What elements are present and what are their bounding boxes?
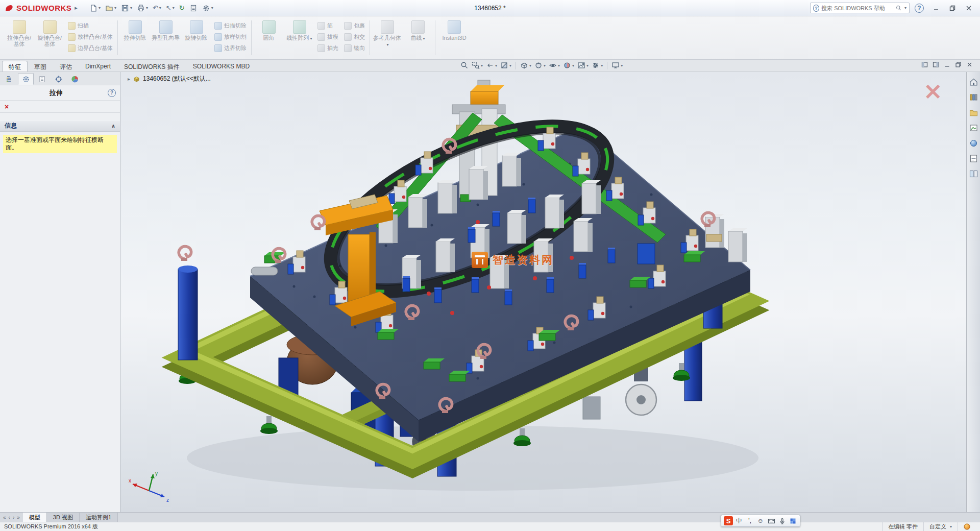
reference-geometry-button[interactable]: 参考几何体▾ xyxy=(373,19,402,50)
draft-button[interactable]: 拔模 xyxy=(315,32,340,42)
display-style-icon[interactable]: ▾ xyxy=(533,61,547,70)
prev-tab-icon[interactable]: ‹ xyxy=(9,515,10,520)
doc-close-icon[interactable] xyxy=(966,61,973,68)
minimize-button[interactable] xyxy=(929,3,943,13)
open-button[interactable]: ▾ xyxy=(104,3,118,13)
wrap-button[interactable]: 包裹 xyxy=(342,20,367,31)
linear-pattern-button[interactable]: 线性阵列▾ xyxy=(285,19,314,43)
dimxpert-manager-tab[interactable] xyxy=(51,73,66,85)
tab-dimxpert[interactable]: DimXpert xyxy=(79,61,117,71)
extruded-cut-button[interactable]: 拉伸切除 xyxy=(120,19,150,42)
revolved-boss-button[interactable]: 旋转凸台/基体 xyxy=(35,19,64,49)
hole-wizard-button[interactable]: 异型孔向导 xyxy=(151,19,180,42)
next-tab-icon[interactable]: › xyxy=(13,515,14,520)
view-palette-icon[interactable] xyxy=(969,123,978,133)
pane-left-icon[interactable] xyxy=(921,61,928,68)
instant3d-button[interactable]: Instant3D xyxy=(438,19,471,42)
help-button[interactable]: ? xyxy=(915,4,924,13)
tab-motion-study[interactable]: 运动算例1 xyxy=(80,513,118,522)
pm-message-text: 选择一基准面或平面来绘制特征横断面。 xyxy=(3,135,117,153)
last-tab-icon[interactable]: » xyxy=(17,515,20,520)
new-document-button[interactable]: ▾ xyxy=(88,3,102,13)
ime-keyboard-icon[interactable] xyxy=(767,516,776,525)
tab-addins[interactable]: SOLIDWORKS 插件 xyxy=(117,61,186,71)
zoom-to-area-icon[interactable]: ▾ xyxy=(471,61,484,70)
tab-sketch[interactable]: 草图 xyxy=(28,61,53,71)
search-box[interactable]: ? ▾ xyxy=(810,3,910,13)
collapse-chevron-icon[interactable]: ∧ xyxy=(111,123,115,129)
pm-help-icon[interactable]: ? xyxy=(108,89,116,97)
ime-language-toggle[interactable]: 中 xyxy=(734,516,744,525)
tab-3d-views[interactable]: 3D 视图 xyxy=(47,513,80,522)
solidworks-resources-icon[interactable] xyxy=(969,77,978,87)
zoom-to-fit-icon[interactable] xyxy=(459,61,470,70)
fillet-button[interactable]: 圆角 xyxy=(254,19,283,42)
ime-sogou-icon[interactable]: S xyxy=(724,516,733,525)
shell-button[interactable]: 抽壳 xyxy=(315,43,340,54)
appearances-scenes-icon[interactable] xyxy=(969,138,978,148)
custom-dropdown[interactable]: 自定义▾ xyxy=(923,522,958,531)
configuration-manager-tab[interactable] xyxy=(34,73,50,85)
previous-view-icon[interactable]: ▾ xyxy=(485,61,498,70)
tab-features[interactable]: 特征 xyxy=(2,61,28,71)
doc-restore-icon[interactable] xyxy=(955,61,962,68)
select-button[interactable]: ↖▾ xyxy=(164,3,176,13)
design-library-icon[interactable] xyxy=(969,92,978,102)
tab-model[interactable]: 模型 xyxy=(23,513,47,522)
file-properties-button[interactable] xyxy=(188,3,199,13)
tree-expand-icon[interactable]: ▸ xyxy=(128,76,130,82)
custom-properties-icon[interactable] xyxy=(969,154,978,163)
pane-right-icon[interactable] xyxy=(933,61,939,68)
document-recovery-icon[interactable] xyxy=(969,169,978,179)
ime-emoji-button[interactable]: ☺ xyxy=(756,516,765,525)
edit-appearance-icon[interactable]: ▾ xyxy=(562,61,575,70)
apply-scene-icon[interactable]: ▾ xyxy=(576,61,590,70)
restore-button[interactable] xyxy=(945,3,960,13)
pm-cancel-button[interactable]: × xyxy=(5,103,9,110)
ime-punctuation-toggle[interactable]: ’, xyxy=(745,516,754,525)
ime-toolbox-icon[interactable] xyxy=(788,516,797,525)
lofted-boss-button[interactable]: 放样凸台/基体 xyxy=(66,32,115,42)
lofted-cut-button[interactable]: 放样切割 xyxy=(212,32,249,42)
search-icon[interactable] xyxy=(896,5,901,11)
intersect-button[interactable]: 相交 xyxy=(342,32,367,42)
quick-tips-icon[interactable] xyxy=(964,523,970,530)
revolved-cut-button[interactable]: 旋转切除 xyxy=(182,19,211,42)
view-orientation-icon[interactable]: ▾ xyxy=(519,61,532,70)
property-manager-tab[interactable] xyxy=(18,73,34,85)
swept-boss-button[interactable]: 扫描 xyxy=(66,20,115,31)
view-settings-icon[interactable]: ▾ xyxy=(591,61,604,70)
feature-manager-tab[interactable] xyxy=(2,73,17,85)
search-input[interactable] xyxy=(821,5,894,11)
file-explorer-icon[interactable] xyxy=(969,108,978,117)
search-dropdown-icon[interactable]: ▾ xyxy=(904,6,906,10)
hide-show-items-icon[interactable]: ▾ xyxy=(548,61,561,70)
doc-minimize-icon[interactable] xyxy=(944,61,950,68)
curves-button[interactable]: 曲线▾ xyxy=(403,19,432,43)
boundary-boss-button[interactable]: 边界凸台/基体 xyxy=(66,43,115,54)
section-view-icon[interactable]: ▾ xyxy=(499,61,512,70)
rebuild-button[interactable]: ↻ xyxy=(178,3,186,13)
rib-button[interactable]: 筋 xyxy=(315,20,340,31)
close-button[interactable] xyxy=(962,3,976,13)
tab-evaluate[interactable]: 评估 xyxy=(53,61,79,71)
menu-expand-arrow-icon[interactable]: ▸ xyxy=(71,4,81,12)
full-screen-preview-icon[interactable]: ▾ xyxy=(610,61,624,70)
confirmation-corner-cancel[interactable]: × xyxy=(923,79,943,103)
display-manager-tab[interactable] xyxy=(67,73,83,85)
tab-mbd[interactable]: SOLIDWORKS MBD xyxy=(186,61,256,71)
boundary-cut-button[interactable]: 边界切除 xyxy=(212,43,249,54)
undo-button[interactable]: ↶▾ xyxy=(151,3,163,13)
feature-tree-root-label[interactable]: 13460652 (默认<<默认... xyxy=(143,75,211,83)
swept-cut-button[interactable]: 扫描切除 xyxy=(212,20,249,31)
ime-mic-icon[interactable] xyxy=(777,516,787,525)
print-button[interactable]: ▾ xyxy=(135,3,150,13)
mirror-button[interactable]: 镜向 xyxy=(342,43,367,54)
options-button[interactable]: ▾ xyxy=(201,3,215,13)
first-tab-icon[interactable]: « xyxy=(3,515,6,520)
graphics-viewport[interactable]: ▸ 13460652 (默认<<默认... × 智造资料网 x y z xyxy=(120,72,966,512)
message-group-header[interactable]: 信息 ∧ xyxy=(0,120,120,132)
save-button[interactable]: ▾ xyxy=(119,3,134,13)
feature-tree-flyout[interactable]: ▸ 13460652 (默认<<默认... xyxy=(128,75,211,83)
extruded-boss-button[interactable]: 拉伸凸台/基体 xyxy=(5,19,34,49)
